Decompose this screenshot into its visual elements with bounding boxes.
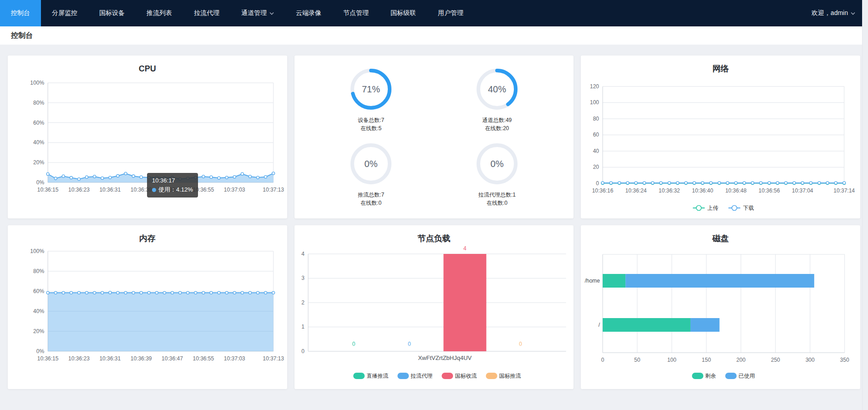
panel-network: 网络 02040608010012010:36:1610:36:2410:36:…: [581, 56, 860, 218]
svg-text:0: 0: [301, 348, 305, 354]
nav-item-push-list[interactable]: 推流列表: [136, 0, 183, 26]
nav-item-user-mgmt[interactable]: 用户管理: [427, 0, 474, 26]
svg-text:20%: 20%: [33, 159, 44, 166]
chevron-down-icon: [269, 12, 274, 15]
scrollbar-track[interactable]: [862, 0, 868, 410]
nav-item-console[interactable]: 控制台: [0, 0, 41, 26]
gauge-ring-icon: 0%: [348, 141, 394, 187]
svg-text:0%: 0%: [365, 159, 378, 169]
svg-text:10:36:15: 10:36:15: [37, 187, 59, 193]
breadcrumb: 控制台: [0, 26, 868, 45]
legend-item-剩余[interactable]: 剩余: [692, 373, 716, 379]
page-title: 控制台: [11, 31, 33, 40]
svg-text:/: /: [599, 322, 600, 328]
svg-text:/home: /home: [585, 278, 600, 284]
svg-text:20%: 20%: [33, 328, 44, 334]
svg-text:10:36:31: 10:36:31: [99, 187, 121, 193]
svg-text:120: 120: [590, 83, 599, 90]
cpu-line-chart[interactable]: 0%20%40%60%80%100%10:36:1510:36:2310:36:…: [8, 76, 287, 218]
legend-item-国标收流[interactable]: 国标收流: [442, 373, 477, 379]
svg-text:20: 20: [593, 164, 599, 171]
svg-text:100: 100: [667, 357, 676, 363]
svg-text:80%: 80%: [33, 268, 44, 274]
svg-text:40%: 40%: [33, 308, 44, 314]
svg-text:100%: 100%: [30, 80, 44, 86]
bar-国标收流[interactable]: [443, 254, 486, 351]
svg-text:250: 250: [771, 357, 780, 363]
svg-text:10:37:04: 10:37:04: [792, 187, 813, 194]
legend-item-直播推流[interactable]: 直播推流: [353, 373, 388, 379]
svg-text:10:36:55: 10:36:55: [193, 355, 214, 362]
gauge-total-label: 推流总数:7: [358, 191, 384, 199]
legend-item-拉流代理[interactable]: 拉流代理: [397, 373, 432, 379]
disk-bar-剩余[interactable]: [603, 274, 625, 288]
disk-bar-已使用[interactable]: [690, 318, 720, 332]
disk-chart-title: 磁盘: [581, 225, 860, 245]
panel-memory: 内存 0%20%40%60%80%100%10:36:1510:36:2310:…: [8, 225, 287, 389]
memory-chart-title: 内存: [8, 225, 287, 245]
panel-gauges: 71%设备总数:7在线数:540%通道总数:49在线数:200%推流总数:7在线…: [294, 56, 574, 218]
gauge-online-label: 在线数:0: [478, 199, 516, 207]
svg-text:40%: 40%: [488, 84, 506, 94]
nav-item-channel-mgmt[interactable]: 通道管理: [230, 0, 285, 26]
svg-text:0%: 0%: [36, 179, 45, 186]
legend-item-已使用[interactable]: 已使用: [726, 373, 755, 379]
node-load-bar-chart[interactable]: 012340040XwFtVZrtZbHJq4UV直播推流拉流代理国标收流国标推…: [294, 245, 574, 389]
svg-text:剩余: 剩余: [706, 373, 716, 379]
svg-text:10:36:31: 10:36:31: [99, 355, 121, 362]
svg-text:10:36:39: 10:36:39: [131, 355, 152, 362]
svg-text:350: 350: [840, 357, 849, 363]
nav-item-pull-proxy[interactable]: 拉流代理: [183, 0, 230, 26]
disk-bar-剩余[interactable]: [603, 318, 690, 332]
nav-item-node-mgmt[interactable]: 节点管理: [332, 0, 380, 26]
network-line-chart[interactable]: 02040608010012010:36:1610:36:2410:36:321…: [581, 76, 860, 218]
nav-menu: 控制台分屏监控国标设备推流列表拉流代理通道管理云端录像节点管理国标级联用户管理: [0, 0, 474, 26]
legend-item-上传[interactable]: 上传: [693, 205, 719, 211]
network-chart-title: 网络: [581, 56, 860, 76]
nav-item-label: 推流列表: [147, 9, 172, 17]
nav-item-label: 分屏监控: [52, 9, 77, 17]
svg-text:0%: 0%: [490, 159, 503, 169]
gauge-ring-icon: 40%: [474, 66, 520, 112]
svg-text:10:36:40: 10:36:40: [692, 187, 714, 194]
panel-node-load: 节点负载 012340040XwFtVZrtZbHJq4UV直播推流拉流代理国标…: [294, 225, 574, 389]
gauge-total-label: 设备总数:7: [358, 116, 384, 124]
nav-item-label: 国标级联: [391, 9, 416, 17]
panel-disk: 磁盘 050100150200250300350/home/剩余已使用: [581, 225, 860, 389]
nav-item-gb-cascade[interactable]: 国标级联: [380, 0, 427, 26]
svg-text:国标推流: 国标推流: [499, 373, 521, 379]
disk-hbar-chart[interactable]: 050100150200250300350/home/剩余已使用: [581, 245, 860, 389]
top-navbar: 控制台分屏监控国标设备推流列表拉流代理通道管理云端录像节点管理国标级联用户管理 …: [0, 0, 868, 26]
svg-text:拉流代理: 拉流代理: [410, 373, 432, 379]
svg-text:2: 2: [301, 299, 305, 306]
svg-text:10:36:23: 10:36:23: [68, 187, 90, 193]
svg-text:直播推流: 直播推流: [366, 373, 388, 379]
memory-area-chart[interactable]: 0%20%40%60%80%100%10:36:1510:36:2310:36:…: [8, 245, 287, 389]
svg-text:10:37:13: 10:37:13: [263, 355, 284, 362]
svg-text:10:36:55: 10:36:55: [193, 187, 214, 193]
gauge-2: 0%推流总数:7在线数:0: [308, 137, 434, 211]
svg-text:已使用: 已使用: [739, 373, 755, 379]
svg-text:60%: 60%: [33, 288, 44, 294]
legend-item-下载[interactable]: 下载: [729, 205, 754, 211]
svg-text:10:36:48: 10:36:48: [726, 187, 747, 194]
svg-text:300: 300: [806, 357, 815, 363]
nav-item-label: 云端录像: [296, 9, 321, 17]
nav-item-split-screen[interactable]: 分屏监控: [41, 0, 88, 26]
legend-item-国标推流[interactable]: 国标推流: [486, 373, 521, 379]
nav-item-cloud-record[interactable]: 云端录像: [285, 0, 332, 26]
user-menu[interactable]: 欢迎，admin: [799, 0, 868, 26]
nav-item-label: 国标设备: [99, 9, 125, 17]
gauge-ring-icon: 71%: [348, 66, 394, 112]
svg-text:0: 0: [519, 341, 522, 347]
svg-text:71%: 71%: [362, 84, 380, 94]
svg-text:60%: 60%: [33, 120, 44, 126]
svg-text:10:36:24: 10:36:24: [625, 187, 647, 194]
disk-bar-已使用[interactable]: [626, 274, 815, 288]
svg-text:1: 1: [301, 324, 305, 330]
svg-text:10:36:56: 10:36:56: [759, 187, 780, 194]
svg-text:10:36:32: 10:36:32: [659, 187, 680, 194]
svg-text:4: 4: [301, 251, 305, 257]
svg-text:10:36:47: 10:36:47: [162, 187, 183, 193]
nav-item-gb-devices[interactable]: 国标设备: [88, 0, 136, 26]
